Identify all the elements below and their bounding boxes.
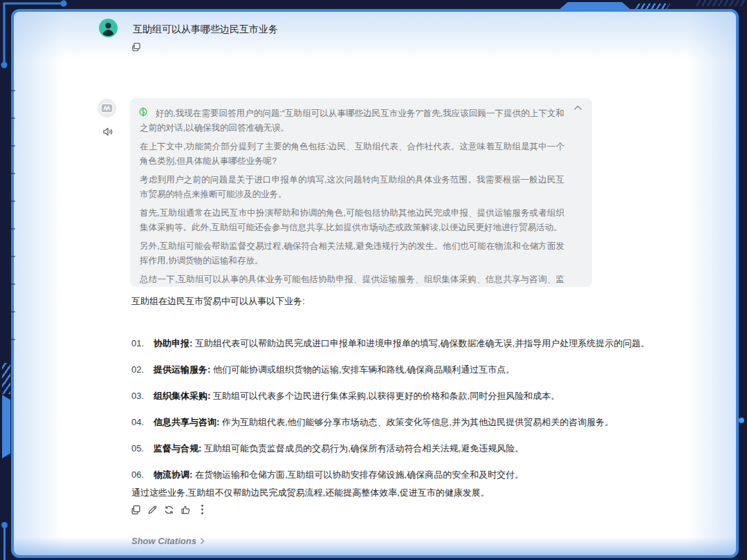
copy-icon: [131, 505, 141, 515]
answer-intro: 互助组在边民互市贸易中可以从事以下业务:: [131, 295, 305, 308]
chevron-up-icon: [573, 105, 582, 111]
refresh-icon: [164, 505, 174, 515]
answer-item-number: 05.: [131, 443, 154, 469]
read-aloud-button[interactable]: [102, 127, 113, 137]
thinking-paragraph: 另外,互助组可能会帮助监督交易过程,确保符合相关法规,避免违规行为的发生。他们也…: [140, 239, 564, 268]
answer-item-number: 03.: [131, 391, 154, 417]
answer-item-text: 信息共享与咨询: 作为互助组代表,他们能够分享市场动态、政策变化等信息,并为其他…: [154, 417, 614, 443]
brain-icon: [138, 106, 149, 118]
frame-corner-stripes-decoration: [695, 0, 747, 6]
answer-item: 02.提供运输服务: 他们可能协调或组织货物的运输,安排车辆和路线,确保商品顺利…: [131, 364, 643, 391]
copy-response-button[interactable]: [131, 504, 141, 515]
thumbs-up-icon: [181, 505, 191, 515]
user-avatar: [99, 19, 118, 37]
assistant-logo-icon: [100, 103, 113, 113]
response-action-bar: [131, 504, 208, 515]
thinking-paragraph: 在上下文中,功能简介部分提到了主要的角色包括:边民、互助组代表、合作社代表。这意…: [140, 140, 564, 168]
copy-user-message-button[interactable]: [131, 42, 141, 52]
frame-bottom-left-line: [3, 528, 6, 560]
user-person-icon: [99, 19, 118, 37]
answer-item: 01.协助申报: 互助组代表可以帮助边民完成进口申报单和进境申报单的填写,确保数…: [131, 338, 643, 364]
thinking-box: 好的,我现在需要回答用户的问题:“互助组可以从事哪些边民互市业务?”首先,我应该…: [130, 98, 592, 287]
kebab-menu-icon: [201, 504, 204, 515]
answer-item-text: 提供运输服务: 他们可能协调或组织货物的运输,安排车辆和路线,确保商品顺利通过互…: [154, 364, 515, 391]
thumbs-up-button[interactable]: [181, 504, 191, 515]
answer-closing: 通过这些业务,互助组不仅帮助边民完成贸易流程,还能提高整体效率,促进互市的健康发…: [131, 487, 490, 499]
answer-item: 04.信息共享与咨询: 作为互助组代表,他们能够分享市场动态、政策变化等信息,并…: [131, 417, 643, 443]
frame-left-ticks: [9, 90, 15, 366]
answer-item-text: 监督与合规: 互助组可能负责监督成员的交易行为,确保所有活动符合相关法规,避免违…: [154, 443, 524, 469]
answer-item: 03.组织集体采购: 互助组可以代表多个边民进行集体采购,以获得更好的价格和条款…: [131, 391, 643, 417]
show-citations-button[interactable]: Show Citations: [131, 536, 205, 546]
frame-left-hazard-stripes: [2, 363, 10, 394]
pencil-icon: [147, 505, 158, 515]
frame-left-bar-decoration: [2, 395, 10, 458]
thinking-paragraph: 考虑到用户之前的问题是关于进口申报单的填写,这次问题转向互助组的具体业务范围。我…: [140, 173, 564, 201]
frame-right-node: [739, 418, 744, 423]
edit-response-button[interactable]: [147, 504, 158, 515]
collapse-thinking-button[interactable]: [573, 105, 582, 111]
regenerate-button[interactable]: [164, 504, 174, 515]
chat-panel: 互助组可以从事哪些边民互市业务: [11, 9, 739, 558]
copy-icon: [131, 42, 141, 52]
chevron-right-icon: [200, 537, 205, 545]
speaker-icon: [102, 127, 113, 137]
thinking-paragraphs: 好的,我现在需要回答用户的问题:“互助组可以从事哪些边民互市业务?”首先,我应该…: [140, 106, 564, 287]
answer-item: 05.监督与合规: 互助组可能负责监督成员的交易行为,确保所有活动符合相关法规,…: [131, 443, 643, 469]
answer-list: 01.协助申报: 互助组代表可以帮助边民完成进口申报单和进境申报单的填写,确保数…: [131, 338, 643, 496]
assistant-avatar: [98, 99, 116, 118]
thinking-paragraph: 总结一下,互助组可以从事的具体业务可能包括协助申报、提供运输服务、组织集体采购、…: [140, 272, 564, 287]
user-message: 互助组可以从事哪些边民互市业务: [133, 24, 278, 36]
answer-item-number: 04.: [131, 417, 154, 443]
thinking-paragraph: 首先,互助组通常在边民互市中扮演帮助和协调的角色,可能包括协助其他边民完成申报、…: [140, 206, 564, 234]
show-citations-label: Show Citations: [131, 536, 196, 546]
answer-item-text: 组织集体采购: 互助组可以代表多个边民进行集体采购,以获得更好的价格和条款,同时…: [154, 391, 560, 417]
answer-item-number: 01.: [131, 338, 154, 364]
answer-item-number: 02.: [131, 364, 154, 391]
more-options-button[interactable]: [197, 504, 208, 515]
answer-item-text: 协助申报: 互助组代表可以帮助边民完成进口申报单和进境申报单的填写,确保数据准确…: [154, 338, 649, 364]
thinking-paragraph: 好的,我现在需要回答用户的问题:“互助组可以从事哪些边民互市业务?”首先,我应该…: [140, 106, 564, 135]
